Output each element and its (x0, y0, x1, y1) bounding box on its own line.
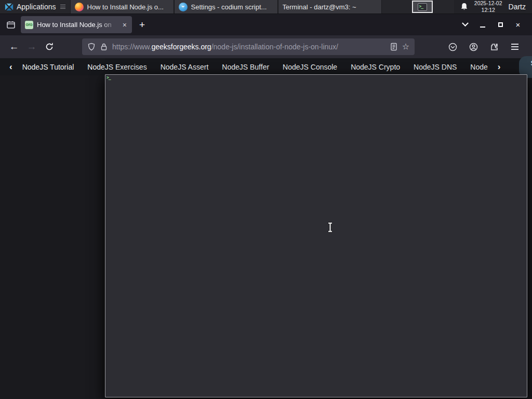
subnav-link[interactable]: NodeJS Assert (161, 63, 209, 71)
desktop: Applications How to Install Node.js o...… (0, 0, 532, 399)
tab-title: How to Install Node.js on (37, 21, 118, 29)
clock[interactable]: 2025-12-02 12:12 (474, 0, 502, 13)
firefox-view-icon[interactable] (6, 20, 16, 30)
forward-button[interactable]: → (23, 38, 41, 55)
taskbar-window-label: Settings - codium script... (191, 3, 273, 11)
url-bar[interactable]: https://www.geeksforgeeks.org/node-js/in… (82, 38, 415, 55)
firefox-window-controls: × (456, 18, 532, 32)
subnav-link[interactable]: Node (470, 63, 487, 71)
hamburger-menu-icon[interactable] (507, 39, 523, 55)
window-icon (179, 3, 188, 11)
maximize-button[interactable] (491, 18, 509, 32)
account-icon[interactable] (466, 39, 481, 55)
top-panel: Applications How to Install Node.js o...… (0, 0, 532, 14)
taskbar: How to Install Node.js o... Settings - c… (70, 0, 382, 14)
window-icon (75, 3, 84, 11)
subnav-next-icon[interactable]: › (498, 62, 501, 72)
list-tabs-icon[interactable] (456, 18, 474, 32)
toolbar-icons (445, 39, 527, 55)
tracking-shield-icon[interactable] (87, 43, 96, 51)
workspace-switcher[interactable] (412, 1, 433, 13)
subnav-link[interactable]: NodeJS Console (283, 63, 337, 71)
window-icon (105, 74, 527, 397)
subnav-link[interactable]: NodeJS Crypto (351, 63, 400, 71)
applications-menu-button[interactable]: Applications (0, 0, 70, 14)
subnav-prev-icon[interactable]: ‹ (9, 62, 12, 72)
taskbar-window-button[interactable]: How to Install Node.js o... (70, 0, 174, 14)
new-tab-button[interactable]: + (139, 19, 145, 31)
taskbar-window-button[interactable]: Settings - codium script... (174, 0, 278, 14)
pocket-icon[interactable] (445, 39, 460, 55)
subnav-link[interactable]: NodeJS DNS (414, 63, 457, 71)
subnav-link[interactable]: NodeJS Buffer (222, 63, 269, 71)
bookmark-star-icon[interactable]: ☆ (402, 43, 409, 51)
reader-mode-icon[interactable] (390, 43, 398, 51)
browser-tab[interactable]: GfG How to Install Node.js on × (21, 16, 132, 33)
taskbar-window-button[interactable]: Terminal - dartz@vm3: ~ (278, 0, 382, 14)
extensions-puzzle-icon[interactable] (486, 39, 502, 55)
reload-button[interactable] (41, 38, 58, 55)
url-text: https://www.geeksforgeeks.org/node-js/in… (112, 43, 385, 51)
tab-close-icon[interactable]: × (122, 21, 128, 29)
clock-time: 12:12 (474, 7, 502, 14)
system-tray: 2025-12-02 12:12 Dartz (454, 0, 532, 14)
gfg-subnav: ‹ NodeJS TutorialNodeJS ExercisesNodeJS … (0, 58, 532, 75)
minimize-button[interactable] (474, 18, 491, 32)
distro-logo-icon (5, 3, 14, 11)
gfg-favicon: GfG (25, 21, 33, 29)
back-button[interactable]: ← (5, 38, 23, 55)
taskbar-window-label: Terminal - dartz@vm3: ~ (283, 3, 377, 11)
subnav-link[interactable]: NodeJS Tutorial (22, 63, 74, 71)
menu-lines-icon (60, 5, 65, 9)
subnav-link[interactable]: NodeJS Exercises (87, 63, 147, 71)
taskbar-window-label: How to Install Node.js o... (87, 3, 169, 11)
close-button[interactable]: × (509, 18, 527, 32)
workspace-terminal-mini-icon (418, 3, 427, 11)
applications-label: Applications (17, 3, 56, 11)
i-beam-cursor (327, 222, 333, 232)
notification-bell-icon[interactable] (460, 3, 468, 11)
firefox-tab-bar: GfG How to Install Node.js on × + × (0, 14, 532, 35)
firefox-toolbar: ← → https://www.geeksforgeeks.org/node-j… (0, 35, 532, 58)
clock-date: 2025-12-02 (474, 0, 502, 7)
lock-icon[interactable] (100, 43, 108, 51)
user-menu[interactable]: Dartz (509, 3, 526, 11)
